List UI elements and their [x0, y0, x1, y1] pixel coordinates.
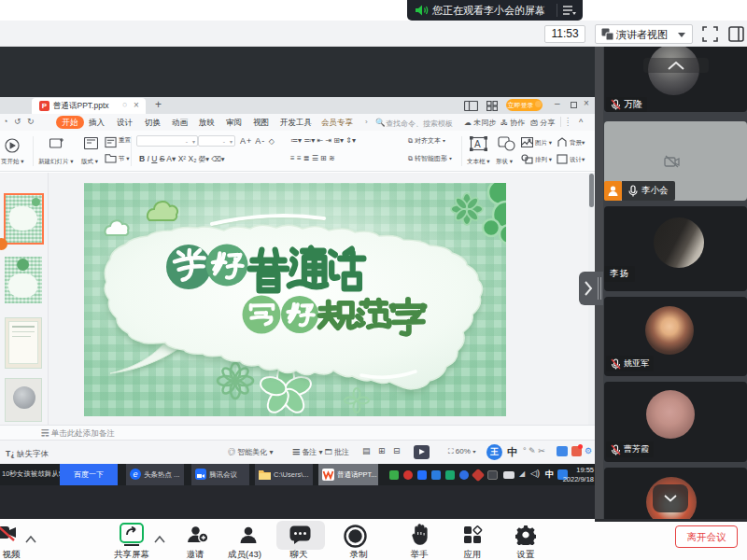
- svg-text:A: A: [474, 139, 481, 149]
